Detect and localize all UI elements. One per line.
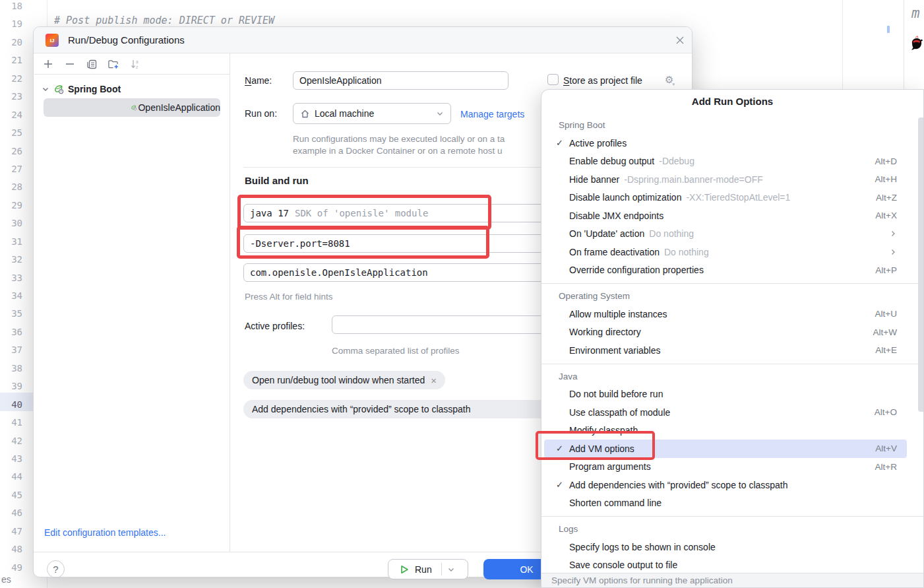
menu-item[interactable]: ✓Add VM optionsAlt+V xyxy=(544,440,907,458)
menu-item[interactable]: Modify classpath xyxy=(544,422,907,440)
tree-item-openisleapplication[interactable]: OpenIsleApplication xyxy=(44,98,220,117)
menu-item-shortcut: Alt+E xyxy=(875,345,897,355)
line-number: 45 xyxy=(0,486,26,504)
popup-scrollbar[interactable] xyxy=(918,117,923,412)
spring-boot-icon xyxy=(131,102,137,113)
tree-item-label: Spring Boot xyxy=(68,84,121,94)
menu-item-shortcut: Alt+W xyxy=(873,327,897,337)
store-as-project-file-label: Store as project file xyxy=(563,75,642,86)
menu-item[interactable]: Program argumentsAlt+R xyxy=(544,458,907,476)
bird-icon xyxy=(909,36,924,54)
menu-item-shortcut: Alt+U xyxy=(875,309,897,319)
chevron-down-icon[interactable] xyxy=(447,566,455,573)
line-number: 20 xyxy=(0,34,26,51)
name-label: Name: xyxy=(245,75,272,86)
menu-item[interactable]: Shorten command line xyxy=(544,494,907,513)
menu-item-label: Add VM options xyxy=(569,443,634,454)
menu-item[interactable]: Override configuration propertiesAlt+P xyxy=(544,261,907,280)
remove-tag-icon[interactable]: × xyxy=(431,375,437,386)
run-on-select[interactable]: Local machine xyxy=(293,103,451,124)
menu-item-shortcut: Alt+O xyxy=(875,407,897,417)
line-number: 28 xyxy=(0,178,26,196)
line-number: 38 xyxy=(0,360,26,377)
menu-item[interactable]: Environment variablesAlt+E xyxy=(544,341,907,360)
menu-item-label: Environment variables xyxy=(569,345,661,356)
menu-item[interactable]: Allow multiple instancesAlt+U xyxy=(544,305,907,323)
menu-item[interactable]: On frame deactivationDo nothing xyxy=(544,243,907,261)
line-number: 42 xyxy=(0,432,26,450)
line-number: 33 xyxy=(0,269,26,287)
menu-item-label: Modify classpath xyxy=(569,425,638,436)
configurations-toolbar: az xyxy=(34,54,230,75)
menu-item[interactable]: Disable launch optimization-XX:TieredSto… xyxy=(544,189,907,207)
line-number: 47 xyxy=(0,523,26,540)
edit-configuration-templates-link[interactable]: Edit configuration templates... xyxy=(44,527,166,538)
tag-label: Open run/debug tool window when started xyxy=(252,375,425,385)
new-folder-icon[interactable] xyxy=(108,58,119,70)
menu-item[interactable]: Disable JMX endpointsAlt+X xyxy=(544,207,907,225)
store-as-project-file-checkbox[interactable] xyxy=(547,74,559,85)
spring-boot-icon xyxy=(53,84,64,94)
manage-targets-link[interactable]: Manage targets xyxy=(460,108,524,120)
gear-icon[interactable]: ⚙ xyxy=(665,74,676,86)
right-pane-text-fragment: m xyxy=(911,5,920,21)
tag-open-run-tool-window[interactable]: Open run/debug tool window when started … xyxy=(243,371,445,389)
copy-configuration-icon[interactable] xyxy=(86,58,98,70)
line-number: 39 xyxy=(0,377,26,395)
help-button[interactable]: ? xyxy=(47,560,65,578)
svg-text:z: z xyxy=(136,65,138,69)
line-number: 37 xyxy=(0,341,26,359)
remove-configuration-icon[interactable] xyxy=(64,58,76,70)
menu-item-shortcut: Alt+Z xyxy=(876,193,897,203)
alt-hint-text: Press Alt for field hints xyxy=(245,291,333,303)
menu-divider xyxy=(541,364,923,364)
active-profiles-label: Active profiles: xyxy=(245,320,305,332)
line-number: 43 xyxy=(0,450,26,468)
menu-item[interactable]: Use classpath of moduleAlt+O xyxy=(544,403,907,422)
menu-divider xyxy=(541,283,923,284)
tag-add-provided-dependencies[interactable]: Add dependencies with “provided” scope t… xyxy=(243,400,586,418)
line-number: 18 xyxy=(0,0,26,15)
run-button[interactable]: Run xyxy=(388,559,468,579)
close-icon[interactable] xyxy=(675,35,685,46)
sort-alphabetically-icon[interactable]: az xyxy=(129,58,141,70)
jre-field-hint: SDK of 'openisle' module xyxy=(295,208,428,218)
dialog-titlebar: IJ Run/Debug Configurations xyxy=(34,27,692,53)
menu-item-hint: Do nothing xyxy=(664,247,709,257)
line-number: 26 xyxy=(0,143,26,160)
add-configuration-icon[interactable] xyxy=(42,58,54,70)
line-number: 32 xyxy=(0,251,26,269)
menu-item[interactable]: Working directoryAlt+W xyxy=(544,323,907,342)
code-comment-line: # Post publish mode: DIRECT or REVIEW xyxy=(54,15,274,26)
panel-divider xyxy=(230,53,230,552)
line-number-gutter: 1819202122232425262728293031323334353637… xyxy=(0,0,26,577)
menu-item[interactable]: Specify logs to be shown in console xyxy=(544,538,907,556)
line-number: 35 xyxy=(0,305,26,323)
chevron-down-icon xyxy=(42,85,49,93)
checkmark-icon: ✓ xyxy=(556,443,569,453)
add-run-options-popup: Add Run Options Spring Boot✓Active profi… xyxy=(541,89,924,588)
menu-item-hint: -Ddebug xyxy=(659,156,694,166)
line-number: 40 xyxy=(0,396,26,414)
menu-item[interactable]: On 'Update' actionDo nothing xyxy=(544,225,907,244)
menu-item-label: Working directory xyxy=(569,327,641,337)
run-button-label: Run xyxy=(415,564,432,575)
menu-item-label: Enable debug output xyxy=(569,156,654,166)
menu-item[interactable]: Save console output to file xyxy=(544,556,907,575)
menu-item-shortcut: Alt+H xyxy=(875,174,897,184)
menu-item[interactable]: Enable debug output-DdebugAlt+D xyxy=(544,152,907,171)
run-on-value: Local machine xyxy=(315,108,374,119)
menu-item-label: Do not build before run xyxy=(569,389,663,399)
name-input[interactable]: OpenIsleApplication xyxy=(293,71,508,90)
menu-section-header: Java xyxy=(541,368,923,385)
menu-item-shortcut: Alt+D xyxy=(875,156,897,166)
tree-item-spring-boot[interactable]: Spring Boot xyxy=(42,80,121,98)
menu-item[interactable]: ✓Add dependencies with “provided” scope … xyxy=(544,476,907,494)
menu-item[interactable]: Do not build before run xyxy=(544,385,907,404)
line-number: 48 xyxy=(0,540,26,558)
menu-item[interactable]: ✓Active profiles xyxy=(544,134,907,152)
popup-status-text: Specify VM options for running the appli… xyxy=(541,573,923,587)
menu-item-label: Save console output to file xyxy=(569,560,677,570)
menu-item-label: On frame deactivation xyxy=(569,247,660,257)
menu-item[interactable]: Hide banner-Dspring.main.banner-mode=OFF… xyxy=(544,170,907,189)
